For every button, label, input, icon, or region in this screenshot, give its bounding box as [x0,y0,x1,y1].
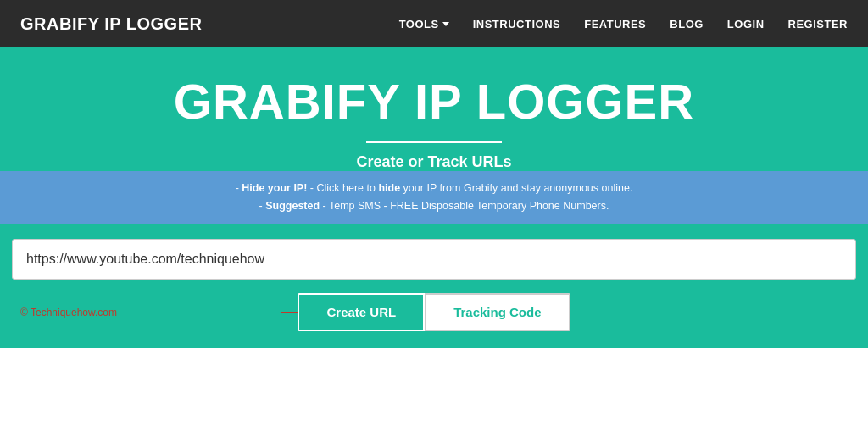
create-url-button[interactable]: Create URL [298,293,425,331]
url-input[interactable] [26,252,842,267]
navbar: GRABIFY IP LOGGER TOOLS INSTRUCTIONS FEA… [0,0,868,47]
tools-label: TOOLS [399,18,439,30]
banner-line2: - Suggested - Temp SMS - FREE Disposable… [259,200,609,212]
copyright-text: © Techniquehow.com [20,307,117,318]
url-input-wrapper [12,239,856,280]
brand-logo: GRABIFY IP LOGGER [20,14,202,34]
buttons-row: © Techniquehow.com Create URL Tracking C… [12,293,856,331]
chevron-down-icon [442,22,449,26]
main-section: © Techniquehow.com Create URL Tracking C… [0,224,868,348]
login-link[interactable]: LOGIN [727,18,765,30]
banner-section: - Hide your IP! - Click here to hide you… [0,171,868,224]
tools-link[interactable]: TOOLS [399,18,449,30]
nav-links: TOOLS INSTRUCTIONS FEATURES BLOG LOGIN R… [399,18,848,30]
tracking-code-button[interactable]: Tracking Code [425,293,570,331]
hero-section: GRABIFY IP LOGGER Create or Track URLs [0,47,868,171]
blog-link[interactable]: BLOG [670,18,704,30]
hero-subtitle: Create or Track URLs [356,153,511,171]
instructions-link[interactable]: INSTRUCTIONS [473,18,561,30]
hero-divider [366,141,502,143]
banner-line1: - Hide your IP! - Click here to hide you… [236,182,633,194]
register-link[interactable]: REGISTER [788,18,848,30]
features-link[interactable]: FEATURES [584,18,646,30]
hero-title: GRABIFY IP LOGGER [174,75,694,129]
banner-text: - Hide your IP! - Click here to hide you… [17,180,851,216]
